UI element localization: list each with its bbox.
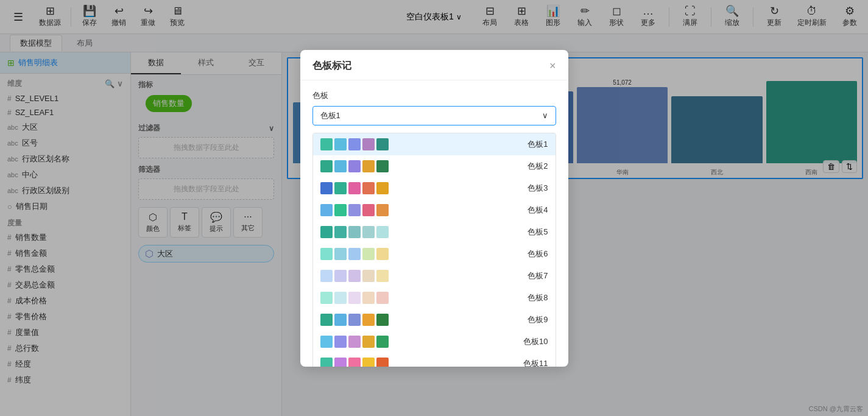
swatch <box>348 204 361 216</box>
modal-overlay[interactable]: 色板标记 × 色板 色板1 ∨ 色板1色板2色板3色板4色板5色板6色板7色板8… <box>0 0 868 416</box>
palette-item-5[interactable]: 色板5 <box>313 221 556 243</box>
swatch <box>334 138 347 150</box>
swatch <box>320 358 333 367</box>
palette-name-8: 色板8 <box>528 292 548 303</box>
swatch <box>376 138 389 150</box>
palette-name-5: 色板5 <box>528 227 548 238</box>
swatch <box>320 270 333 282</box>
palette-item-9[interactable]: 色板9 <box>313 309 556 331</box>
swatch <box>334 248 347 260</box>
swatch <box>348 160 361 172</box>
palette-swatches-4 <box>320 204 389 216</box>
swatch <box>334 336 347 348</box>
swatch <box>362 160 375 172</box>
swatch <box>334 292 347 304</box>
palette-swatches-8 <box>320 292 389 304</box>
palette-item-2[interactable]: 色板2 <box>313 155 556 177</box>
palette-swatches-3 <box>320 182 389 194</box>
swatch <box>376 204 389 216</box>
select-arrow-icon: ∨ <box>542 111 548 120</box>
palette-swatches-5 <box>320 226 389 238</box>
swatch <box>362 292 375 304</box>
palette-select[interactable]: 色板1 ∨ <box>312 106 556 125</box>
swatch <box>320 204 333 216</box>
swatch <box>376 292 389 304</box>
palette-name-7: 色板7 <box>528 270 548 281</box>
palette-swatches-9 <box>320 314 389 326</box>
palette-item-7[interactable]: 色板7 <box>313 265 556 287</box>
swatch <box>320 248 333 260</box>
palette-item-3[interactable]: 色板3 <box>313 177 556 199</box>
swatch <box>376 182 389 194</box>
swatch <box>376 226 389 238</box>
swatch <box>348 336 361 348</box>
swatch <box>362 358 375 367</box>
swatch <box>362 204 375 216</box>
color-palette-modal: 色板标记 × 色板 色板1 ∨ 色板1色板2色板3色板4色板5色板6色板7色板8… <box>300 50 568 367</box>
palette-name-6: 色板6 <box>528 249 548 259</box>
swatch <box>320 138 333 150</box>
palette-item-11[interactable]: 色板11 <box>313 353 556 367</box>
palette-list: 色板1色板2色板3色板4色板5色板6色板7色板8色板9色板10色板11 <box>312 133 556 367</box>
palette-swatches-6 <box>320 248 389 260</box>
palette-name-3: 色板3 <box>528 183 548 194</box>
swatch <box>362 138 375 150</box>
swatch <box>334 204 347 216</box>
modal-header: 色板标记 × <box>300 50 568 80</box>
palette-name-9: 色板9 <box>528 314 548 325</box>
swatch <box>376 248 389 260</box>
palette-item-1[interactable]: 色板1 <box>313 133 556 155</box>
palette-item-10[interactable]: 色板10 <box>313 331 556 353</box>
palette-item-6[interactable]: 色板6 <box>313 243 556 265</box>
swatch <box>362 336 375 348</box>
swatch <box>320 160 333 172</box>
palette-name-11: 色板11 <box>523 358 548 367</box>
swatch <box>376 336 389 348</box>
swatch <box>362 182 375 194</box>
swatch <box>320 182 333 194</box>
swatch <box>320 314 333 326</box>
modal-close-button[interactable]: × <box>549 60 556 71</box>
swatch <box>334 314 347 326</box>
swatch <box>334 182 347 194</box>
swatch <box>376 270 389 282</box>
palette-name-2: 色板2 <box>528 161 548 172</box>
swatch <box>348 138 361 150</box>
swatch <box>348 270 361 282</box>
swatch <box>348 292 361 304</box>
modal-title: 色板标记 <box>312 60 351 72</box>
swatch <box>348 358 361 367</box>
swatch <box>362 270 375 282</box>
swatch <box>362 314 375 326</box>
swatch <box>334 160 347 172</box>
palette-item-4[interactable]: 色板4 <box>313 199 556 221</box>
palette-swatches-11 <box>320 358 389 367</box>
palette-name-10: 色板10 <box>523 336 548 347</box>
modal-body: 色板 色板1 ∨ 色板1色板2色板3色板4色板5色板6色板7色板8色板9色板10… <box>300 80 568 367</box>
palette-swatches-7 <box>320 270 389 282</box>
swatch <box>362 226 375 238</box>
field-label: 色板 <box>312 90 556 101</box>
swatch <box>376 314 389 326</box>
swatch <box>376 160 389 172</box>
swatch <box>334 358 347 367</box>
swatch <box>320 226 333 238</box>
swatch <box>334 226 347 238</box>
palette-swatches-10 <box>320 336 389 348</box>
swatch <box>320 336 333 348</box>
palette-swatches-1 <box>320 138 389 150</box>
swatch <box>348 314 361 326</box>
swatch <box>362 248 375 260</box>
palette-name-4: 色板4 <box>528 205 548 216</box>
swatch <box>320 292 333 304</box>
palette-item-8[interactable]: 色板8 <box>313 287 556 309</box>
swatch <box>348 226 361 238</box>
swatch <box>334 270 347 282</box>
swatch <box>348 248 361 260</box>
swatch <box>376 358 389 367</box>
palette-name-1: 色板1 <box>528 139 548 150</box>
palette-swatches-2 <box>320 160 389 172</box>
swatch <box>348 182 361 194</box>
